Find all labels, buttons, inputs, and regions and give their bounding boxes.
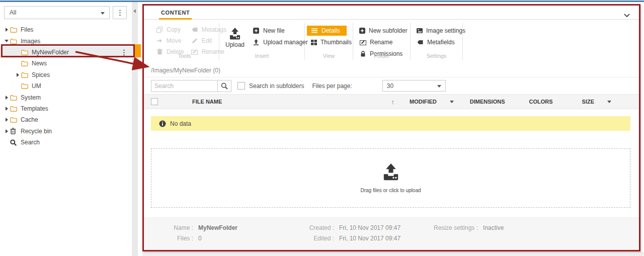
chevron-down-icon[interactable]: [607, 101, 611, 103]
expand-arrow-icon[interactable]: [3, 129, 10, 133]
ribbon-group-settings: Image settings Metafields Settings: [411, 23, 463, 60]
button-label: Rename: [370, 39, 392, 46]
created-label: Created :: [303, 224, 334, 231]
image-icon: [417, 28, 423, 33]
sidebar-item-recycle-bin[interactable]: Recycle bin: [0, 126, 132, 137]
grid-icon: [311, 40, 317, 45]
sidebar-item-cache[interactable]: Cache: [0, 114, 132, 125]
folder-tree: FilesImagesMyNewFolderNewsSpicesUMSystem…: [0, 24, 132, 148]
expand-arrow-icon[interactable]: [3, 118, 10, 122]
bottom-strip: [142, 252, 644, 256]
folder-icon: [10, 117, 20, 123]
ribbon-group-label: Tools: [150, 53, 219, 59]
tree-item-label: MyNewFolder: [32, 49, 69, 56]
upload-tray-icon: [253, 39, 260, 45]
folder-icon: [10, 106, 20, 112]
sidebar-item-search[interactable]: Search: [0, 137, 132, 148]
trash-icon: [10, 128, 20, 134]
new-subfolder-button[interactable]: New subfolder: [359, 27, 404, 34]
tree-item-label: Search: [21, 139, 40, 146]
move-button[interactable]: Move: [156, 37, 184, 44]
sidebar-item-um[interactable]: UM: [0, 80, 132, 92]
image-settings-button[interactable]: Image settings: [417, 27, 456, 34]
column-modified[interactable]: MODIFIED: [410, 99, 437, 105]
upload-button[interactable]: Upload: [225, 26, 245, 50]
details-view-button[interactable]: Details: [307, 26, 347, 36]
files-per-page-value: 30: [387, 82, 393, 90]
library-filter-select[interactable]: All: [4, 6, 110, 19]
search-subfolders-checkbox[interactable]: [237, 82, 245, 90]
collapse-arrow-icon[interactable]: [3, 40, 10, 42]
kebab-menu-icon: [119, 10, 121, 16]
folder-icon: [10, 38, 20, 44]
tree-item-label: Templates: [21, 105, 48, 112]
copy-button[interactable]: Copy: [156, 26, 184, 33]
search-bar: Search in subfolders Files per page: 30: [144, 77, 639, 94]
upload-icon: [381, 163, 400, 183]
ribbon-group-view: Details Thumbnails View: [305, 23, 353, 60]
expand-arrow-icon[interactable]: [14, 73, 21, 77]
column-dimensions[interactable]: DIMENSIONS: [470, 99, 505, 105]
sidebar-item-files[interactable]: Files: [0, 24, 132, 35]
sort-ascending-icon[interactable]: ↑: [391, 98, 395, 106]
sidebar-item-system[interactable]: System: [0, 92, 132, 103]
new-file-button[interactable]: New file: [253, 27, 308, 34]
expand-arrow-icon[interactable]: [3, 96, 10, 100]
metafields-button[interactable]: Metafields: [417, 39, 456, 46]
table-header: FILE NAME ↑ MODIFIED DIMENSIONS COLORS S…: [144, 94, 639, 109]
files-value: 0: [198, 235, 202, 242]
expand-arrow-icon[interactable]: [3, 28, 10, 32]
sidebar-item-news[interactable]: News: [0, 58, 132, 69]
tree-item-label: News: [32, 60, 47, 67]
files-per-page-select[interactable]: 30: [382, 80, 446, 92]
media-library-screen: All FilesImagesMyNewFolderNewsSpicesUMSy…: [0, 0, 644, 256]
ribbon-group-label: Folder: [353, 53, 410, 59]
rename-folder-button[interactable]: Rename: [359, 39, 404, 46]
upload-manager-button[interactable]: Upload manager: [253, 39, 308, 46]
tree-item-label: Recycle bin: [21, 128, 52, 135]
plus-square-icon: [253, 28, 260, 34]
thumbnails-view-button[interactable]: Thumbnails: [311, 39, 347, 46]
selected-folder-accent-bar: [135, 44, 141, 57]
library-filter-value: All: [10, 9, 16, 16]
button-label: Image settings: [426, 27, 465, 34]
search-input[interactable]: [151, 80, 218, 92]
ribbon-group-label: Insert: [219, 53, 304, 59]
button-label: Details: [321, 27, 340, 34]
upload-dropzone[interactable]: Drag files or click to upload: [151, 148, 630, 208]
select-all-checkbox[interactable]: [151, 98, 158, 105]
files-per-page-label: Files per page:: [312, 82, 352, 90]
tree-item-label: Cache: [21, 116, 38, 123]
column-size[interactable]: SIZE: [582, 99, 594, 105]
chevron-down-icon[interactable]: [450, 101, 454, 103]
name-value: MyNewFolder: [198, 224, 237, 231]
tree-item-label: Spices: [32, 71, 50, 78]
search-button[interactable]: [218, 80, 231, 92]
chevron-down-icon[interactable]: [624, 10, 630, 19]
column-file-name[interactable]: FILE NAME: [192, 99, 222, 105]
dropzone-label: Drag files or click to upload: [360, 188, 421, 193]
expand-arrow-icon[interactable]: [3, 107, 10, 111]
sidebar-splitter[interactable]: [132, 2, 138, 256]
search-subfolders-label: Search in subfolders: [249, 82, 304, 90]
content-panel: CONTENT Copy Metatags: [142, 4, 640, 251]
collapse-sidebar-arrow-icon[interactable]: [133, 9, 136, 13]
sidebar-item-templates[interactable]: Templates: [0, 103, 132, 114]
folder-icon: [21, 49, 31, 55]
column-colors[interactable]: COLORS: [529, 99, 552, 105]
info-icon: [159, 120, 166, 127]
sidebar-menu-button[interactable]: [113, 6, 127, 19]
chevron-down-icon: [437, 85, 441, 88]
sidebar: All FilesImagesMyNewFolderNewsSpicesUMSy…: [0, 2, 132, 256]
list-details-icon: [311, 28, 318, 33]
kebab-menu-icon[interactable]: [123, 49, 125, 57]
no-data-message: No data: [170, 120, 191, 127]
tab-content[interactable]: CONTENT: [159, 7, 192, 20]
folder-icon: [21, 83, 31, 89]
created-value: Fri, 10 Nov 2017 09:47: [339, 224, 400, 231]
sidebar-item-spices[interactable]: Spices: [0, 69, 132, 80]
sidebar-item-images[interactable]: Images: [0, 35, 132, 46]
button-label: Edit: [202, 37, 212, 44]
sidebar-item-mynewfolder[interactable]: MyNewFolder: [0, 47, 132, 58]
resize-settings-label: Resize settings :: [434, 224, 478, 231]
